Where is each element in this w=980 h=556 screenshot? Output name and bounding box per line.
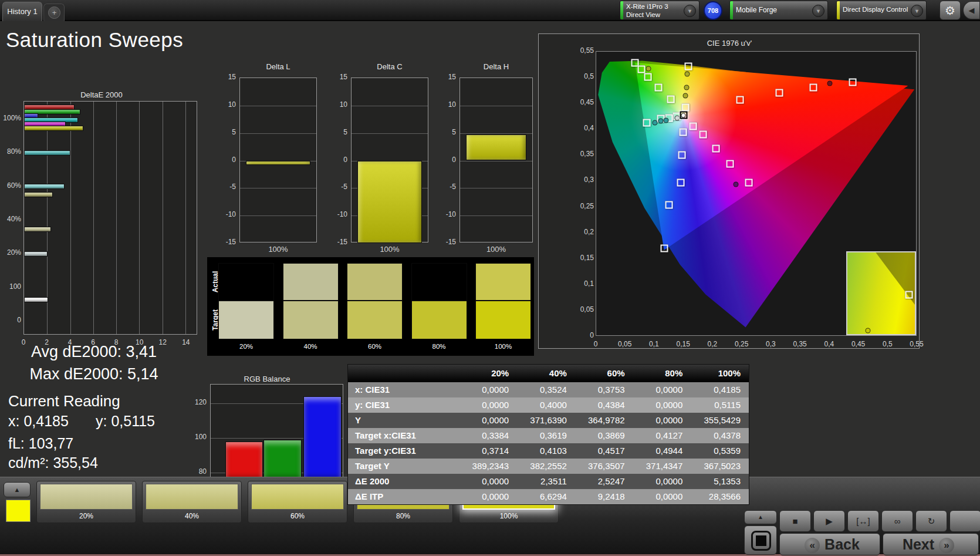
- gridline: [460, 161, 532, 161]
- chevron-down-icon[interactable]: ▼: [684, 5, 696, 17]
- page-title: Saturation Sweeps: [6, 28, 183, 52]
- row-value: 0,3384: [459, 428, 517, 443]
- target-marker: [726, 160, 734, 168]
- y-tick-label: 15: [327, 73, 347, 81]
- de2000-bar: [24, 126, 83, 131]
- row-value: 371,6390: [517, 413, 575, 428]
- source-label: Mobile Forge: [736, 6, 777, 14]
- cie-1976-panel: CIE 1976 u'v' 00,050,10,150,20,250,30,35…: [538, 33, 920, 349]
- meter-label: X-Rite i1Pro 3Direct View: [626, 2, 668, 19]
- stop-measure-button[interactable]: [744, 525, 777, 555]
- target-swatch-20%: [218, 301, 274, 339]
- de2000-bar: [24, 150, 70, 156]
- y-tick-label: 10: [436, 100, 456, 109]
- y-tick-label: 0: [216, 156, 236, 164]
- cie-x-tick: 0,15: [671, 340, 695, 348]
- row-value: 0,4378: [691, 428, 749, 443]
- green-bar: [263, 440, 302, 480]
- max-de2000-value: Max dE2000: 5,14: [0, 365, 188, 383]
- loop-infinite-button[interactable]: ∞: [881, 510, 913, 532]
- actual-swatch-60%: [347, 263, 403, 301]
- target-marker: [699, 131, 707, 139]
- chevron-left-icon: «: [805, 538, 820, 553]
- target-marker: [655, 84, 663, 92]
- extra-button[interactable]: [949, 510, 980, 532]
- y-tick-label: -5: [327, 183, 347, 191]
- target-swatch-60%: [347, 301, 403, 339]
- deltae2000-title: DeltaE 2000: [5, 90, 198, 99]
- swatch-label: 40%: [143, 512, 241, 520]
- cie-title: CIE 1976 u'v': [539, 39, 920, 48]
- gridline: [240, 188, 316, 188]
- chevron-down-icon[interactable]: ▼: [812, 5, 824, 17]
- row-value: 0,0000: [459, 489, 517, 504]
- new-tab-button[interactable]: +: [43, 4, 65, 21]
- row-value: 367,5023: [691, 459, 749, 474]
- expand-transport-panel-button[interactable]: ▲: [744, 510, 777, 524]
- cie-x-tick: 0,1: [642, 340, 665, 348]
- cie-x-tick: 0,05: [613, 340, 637, 348]
- chevron-down-icon[interactable]: ▼: [911, 5, 923, 17]
- gear-icon[interactable]: ⚙: [940, 1, 961, 20]
- target-marker: [684, 63, 692, 70]
- row-value: 0,4517: [575, 443, 633, 459]
- saturation-swatch-button-20%[interactable]: 20%: [36, 481, 136, 523]
- target-marker: [678, 151, 686, 159]
- step-button[interactable]: [↔]: [847, 510, 879, 532]
- saturation-swatch-button-40%[interactable]: 40%: [142, 481, 242, 523]
- cie-y-tick: 0,45: [568, 98, 594, 106]
- row-value: 0,0000: [459, 397, 517, 413]
- row-value: 0,4384: [575, 397, 633, 413]
- y-tick-label: -10: [216, 210, 236, 218]
- measurement-dot: [674, 116, 680, 121]
- strip-column-label: 40%: [283, 343, 339, 350]
- y-tick-label: -10: [436, 210, 456, 218]
- collapse-panel-icon[interactable]: ◀: [963, 1, 980, 19]
- current-x-value: x: 0,4185: [8, 413, 69, 430]
- target-marker: [712, 144, 720, 152]
- cie-y-tick: 0,15: [568, 254, 594, 262]
- display-control-selector[interactable]: Direct Display Control ▼: [836, 1, 927, 20]
- cie-y-tick: 0,5: [568, 72, 594, 80]
- next-button[interactable]: Next»: [883, 533, 979, 555]
- row-label: Target y:CIE31: [348, 443, 459, 459]
- meter-count-badge: 708: [704, 1, 722, 20]
- strip-column-label: 80%: [411, 343, 467, 350]
- table-header-cell: [348, 365, 459, 382]
- rgb-y-tick: 100: [185, 433, 207, 441]
- current-y-value: y: 0,5115: [96, 413, 155, 430]
- row-value: 9,2418: [575, 489, 633, 504]
- actual-swatch-40%: [283, 263, 339, 301]
- table-header-cell: 80%: [633, 365, 691, 382]
- row-value: 0,0000: [633, 489, 691, 504]
- refresh-button[interactable]: ↻: [915, 510, 947, 532]
- row-value: 0,0000: [633, 382, 691, 397]
- cie-x-tick: 0,55: [905, 340, 928, 348]
- row-value: 2,5247: [575, 474, 633, 489]
- play-button[interactable]: ▶: [813, 510, 845, 532]
- y-category-label: 40%: [0, 215, 21, 223]
- cie-y-tick: 0,35: [568, 150, 594, 158]
- current-cdm2-value: cd/m²: 355,54: [8, 454, 98, 471]
- meter-selector[interactable]: X-Rite i1Pro 3Direct View ▼: [620, 1, 699, 20]
- cie-x-tick: 0,3: [759, 340, 782, 348]
- cie-y-tick: 0,55: [568, 46, 594, 55]
- y-category-label: 20%: [0, 248, 21, 257]
- cie-y-tick: 0,05: [568, 305, 594, 314]
- stop-icon-button[interactable]: ■: [779, 510, 811, 532]
- saturation-swatch-button-60%[interactable]: 60%: [248, 481, 347, 523]
- row-value: 28,3566: [691, 489, 749, 504]
- meter-status-strip: [620, 1, 623, 20]
- plus-icon: +: [48, 6, 60, 19]
- y-category-label: 100%: [0, 114, 21, 122]
- de2000-bar: [24, 297, 48, 302]
- measurement-dot: [653, 120, 658, 125]
- tab-history1[interactable]: History 1: [2, 2, 42, 21]
- delta-c-title: Delta C: [333, 62, 446, 71]
- back-button[interactable]: «Back: [779, 533, 880, 555]
- target-marker: [736, 96, 744, 103]
- y-tick-label: -10: [327, 210, 347, 218]
- target-marker: [665, 201, 673, 208]
- expand-swatch-panel-button[interactable]: ▲: [4, 482, 31, 497]
- source-selector[interactable]: Mobile Forge ▼: [729, 1, 828, 20]
